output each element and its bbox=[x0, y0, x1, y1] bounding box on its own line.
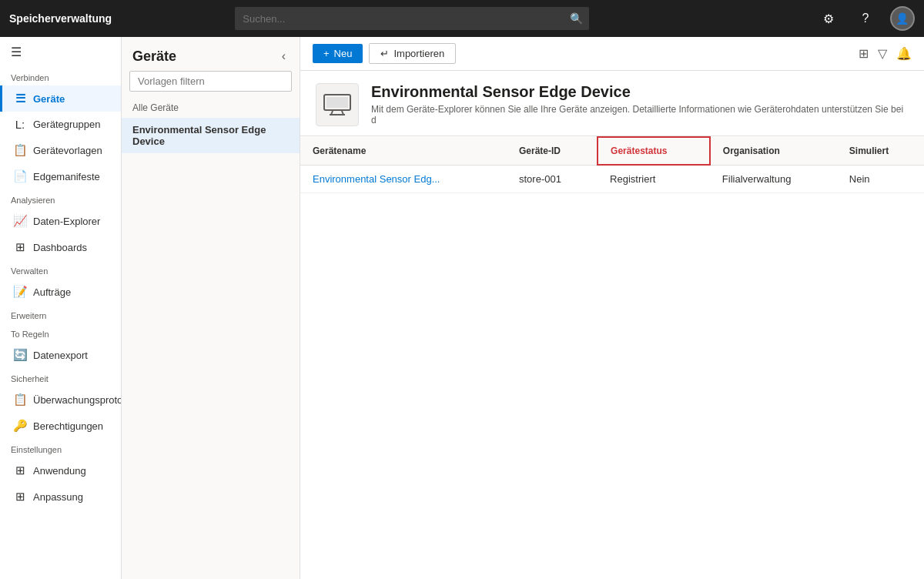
new-button-label: Neu bbox=[334, 48, 353, 59]
sidebar-item-daten-explorer[interactable]: 📈 Daten-Explorer bbox=[0, 208, 121, 234]
device-header-desc: Mit dem Geräte-Explorer können Sie alle … bbox=[371, 104, 909, 126]
app-title: Speicherverwaltung bbox=[9, 12, 117, 25]
col-organisation: Organisation bbox=[710, 137, 837, 165]
sidebar-item-berechtigungen[interactable]: 🔑 Berechtigungen bbox=[0, 413, 121, 439]
edgemanifeste-icon: 📄 bbox=[13, 169, 27, 183]
device-header-title: Environmental Sensor Edge Device bbox=[371, 83, 909, 101]
template-filter-input[interactable] bbox=[129, 71, 292, 92]
section-label-einstellungen: Einstellungen bbox=[0, 439, 121, 457]
new-plus-icon: + bbox=[323, 48, 330, 59]
sidebar-item-label-anwendung: Anwendung bbox=[33, 465, 86, 477]
notification-bell-icon[interactable]: 🔔 bbox=[896, 46, 912, 61]
collapse-button[interactable]: ‹ bbox=[279, 48, 289, 65]
device-header-info: Environmental Sensor Edge Device Mit dem… bbox=[371, 83, 909, 126]
settings-icon[interactable]: ⚙ bbox=[816, 6, 841, 31]
table-row: Environmental Sensor Edg... store-001 Re… bbox=[300, 165, 924, 193]
sidebar-item-dashboards[interactable]: ⊞ Dashboards bbox=[0, 234, 121, 260]
sidebar-item-label-geraetegruppen: Gerätegruppen bbox=[33, 119, 100, 130]
berechtigungen-icon: 🔑 bbox=[13, 419, 27, 433]
sidebar-item-datenexport[interactable]: 🔄 Datenexport bbox=[0, 342, 121, 368]
geraetevorlagen-icon: 📋 bbox=[13, 143, 27, 157]
topbar-icons: ⚙ ? 👤 bbox=[816, 6, 915, 31]
anwendung-icon: ⊞ bbox=[13, 464, 27, 477]
section-label-erweitern: Erweitern bbox=[0, 305, 121, 323]
sidebar-item-anwendung[interactable]: ⊞ Anwendung bbox=[0, 457, 121, 484]
geraete-icon: ☰ bbox=[13, 92, 27, 105]
template-all-label[interactable]: Alle Geräte bbox=[122, 98, 300, 118]
ueberwachungsprotokolle-icon: 📋 bbox=[13, 393, 27, 407]
sidebar-item-auftraege[interactable]: 📝 Aufträge bbox=[0, 279, 121, 305]
sidebar: ☰ Verbinden ☰ Geräte L: Gerätegruppen 📋 … bbox=[0, 37, 122, 579]
daten-explorer-icon: 📈 bbox=[13, 214, 27, 228]
cell-organisation: Filialverwaltung bbox=[710, 165, 837, 193]
devices-table: Gerätename Geräte-ID Gerätestatus Organi… bbox=[300, 136, 924, 193]
sidebar-item-ueberwachungsprotokolle[interactable]: 📋 Überwachungsprotokolle bbox=[0, 387, 121, 413]
template-selected-item[interactable]: Environmental Sensor Edge Device bbox=[122, 118, 300, 153]
sidebar-item-label-dashboards: Dashboards bbox=[33, 242, 87, 253]
sidebar-item-label-edgemanifeste: Edgemanifeste bbox=[33, 171, 100, 182]
template-panel-header: Geräte ‹ bbox=[122, 37, 300, 71]
sidebar-item-geraetevorlagen[interactable]: 📋 Gerätevorlagen bbox=[0, 137, 121, 163]
hamburger-icon[interactable]: ☰ bbox=[0, 37, 121, 67]
cell-geraetestatus: Registriert bbox=[598, 165, 710, 193]
section-label-verbinden: Verbinden bbox=[0, 67, 121, 85]
grid-view-icon[interactable]: ⊞ bbox=[859, 46, 869, 61]
sidebar-item-label-ueberwachungsprotokolle: Überwachungsprotokolle bbox=[33, 394, 122, 406]
geraetegruppen-icon: L: bbox=[13, 118, 27, 131]
auftraege-icon: 📝 bbox=[13, 285, 27, 299]
sidebar-item-label-daten-explorer: Daten-Explorer bbox=[33, 216, 100, 227]
sidebar-item-geraetegruppen[interactable]: L: Gerätegruppen bbox=[0, 112, 121, 137]
section-label-verwalten: Verwalten bbox=[0, 260, 121, 279]
sidebar-item-label-berechtigungen: Berechtigungen bbox=[33, 420, 103, 432]
import-arrow-icon: ↵ bbox=[380, 48, 389, 59]
device-name-link[interactable]: Environmental Sensor Edg... bbox=[313, 173, 440, 185]
search-input[interactable] bbox=[235, 7, 589, 30]
datenexport-icon: 🔄 bbox=[13, 348, 27, 362]
topbar: Speicherverwaltung 🔍 ⚙ ? 👤 bbox=[0, 0, 924, 37]
action-bar-icons: ⊞ ▽ 🔔 bbox=[859, 46, 912, 61]
action-bar: + Neu ↵ Importieren ⊞ ▽ 🔔 bbox=[300, 37, 924, 71]
svg-rect-1 bbox=[326, 97, 348, 108]
import-button[interactable]: ↵ Importieren bbox=[369, 43, 456, 64]
main-container: ☰ Verbinden ☰ Geräte L: Gerätegruppen 📋 … bbox=[0, 37, 924, 579]
avatar[interactable]: 👤 bbox=[890, 6, 915, 31]
table-header-row: Gerätename Geräte-ID Gerätestatus Organi… bbox=[300, 137, 924, 165]
device-header: Environmental Sensor Edge Device Mit dem… bbox=[300, 71, 924, 136]
new-button[interactable]: + Neu bbox=[313, 44, 363, 63]
search-icon: 🔍 bbox=[570, 12, 583, 25]
sidebar-item-geraete[interactable]: ☰ Geräte bbox=[0, 85, 121, 112]
col-simuliert: Simuliert bbox=[837, 137, 924, 165]
col-geraetename: Gerätename bbox=[300, 137, 507, 165]
dashboards-icon: ⊞ bbox=[13, 240, 27, 254]
sidebar-item-label-auftraege: Aufträge bbox=[33, 286, 71, 298]
col-geraetestatus: Gerätestatus bbox=[598, 137, 710, 165]
anpassung-icon: ⊞ bbox=[13, 490, 27, 504]
sidebar-item-label-anpassung: Anpassung bbox=[33, 491, 83, 503]
template-panel: Geräte ‹ Alle Geräte Environmental Senso… bbox=[122, 37, 300, 579]
device-icon bbox=[316, 83, 359, 126]
search-container: 🔍 bbox=[235, 7, 589, 30]
sidebar-item-label-datenexport: Datenexport bbox=[33, 350, 88, 361]
section-label-sicherheit: Sicherheit bbox=[0, 368, 121, 387]
help-icon[interactable]: ? bbox=[853, 6, 878, 31]
filter-icon[interactable]: ▽ bbox=[878, 46, 887, 61]
section-label-to-regeln: To Regeln bbox=[0, 323, 121, 342]
cell-geraetename: Environmental Sensor Edg... bbox=[300, 165, 507, 193]
section-label-analysieren: Analysieren bbox=[0, 189, 121, 208]
sidebar-item-edgemanifeste[interactable]: 📄 Edgemanifeste bbox=[0, 163, 121, 189]
content-area: + Neu ↵ Importieren ⊞ ▽ 🔔 bbox=[300, 37, 924, 579]
col-geraete-id: Geräte-ID bbox=[507, 137, 598, 165]
sidebar-item-label-geraetevorlagen: Gerätevorlagen bbox=[33, 145, 102, 156]
table-container: Gerätename Geräte-ID Gerätestatus Organi… bbox=[300, 136, 924, 579]
cell-simuliert: Nein bbox=[837, 165, 924, 193]
import-button-label: Importieren bbox=[393, 48, 444, 59]
sidebar-item-label-geraete: Geräte bbox=[33, 93, 65, 105]
cell-geraete-id: store-001 bbox=[507, 165, 598, 193]
template-panel-title: Geräte bbox=[132, 49, 176, 65]
sidebar-item-anpassung[interactable]: ⊞ Anpassung bbox=[0, 484, 121, 510]
